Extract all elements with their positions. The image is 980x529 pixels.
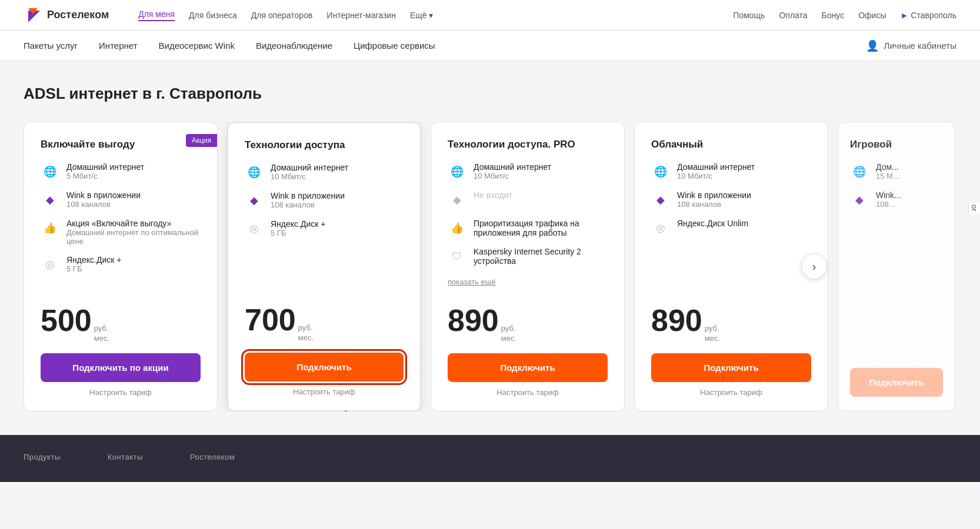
second-nav: Пакеты услуг Интернет Видеосервис Wink В… [0,31,980,61]
feature-name: Wink в приложении [66,190,141,200]
feature-sub: 108 каналов [271,200,345,209]
card5-title: Игровой [850,139,943,150]
price-unit: руб. мес. [94,324,109,344]
footer-col-rostelekom: Ростелеком [190,451,235,466]
wink-icon: ◆ [850,190,869,209]
feature-item: 👍 Акция «Включайте выгоду» Домашний инте… [41,219,201,246]
feature-sub: 5 ГБ [271,229,325,237]
promo-badge: Акция [186,134,217,147]
feature-item: 🌐 Домашний интернет 10 Мбит/с [448,162,608,181]
feature-sub: 10 Мбит/с [271,172,348,181]
price-unit: руб. мес. [501,324,516,344]
feature-name: Домашний интернет [271,163,348,172]
nav-link-internet-magazin[interactable]: Интернет-магазин [326,11,396,20]
wink-icon: ◆ [41,190,59,209]
feature-sub: 15 М... [876,172,899,180]
card2-title: Технологии доступа [245,139,404,151]
user-icon: 👤 [866,39,879,52]
connect-button-pro[interactable]: Подключить [448,353,608,382]
card-tekhnologii-pro: Технологии доступа. PRO 🌐 Домашний интер… [431,122,625,411]
card-vklyuchayte-vygodu: Акция Включайте выгоду 🌐 Домашний интерн… [24,122,218,411]
feature-item: 🛡 Kaspersky Internet Security 2 устройст… [448,247,608,266]
globe-icon: 🌐 [448,162,466,181]
nav2-pakety[interactable]: Пакеты услуг [24,41,78,51]
feature-sub: 108 каналов [66,200,141,209]
feature-name: Домашний интернет [474,162,551,172]
feature-item: 🌐 Домашний интернет 10 Мбит/с [651,162,811,181]
nav-payment[interactable]: Оплата [779,11,807,20]
card-igrovoy-partial: Игровой 🌐 Дом... 15 М... ◆ Wink... 108..… [838,122,955,411]
disk-icon: ◎ [41,255,59,274]
feature-item: 🌐 Домашний интернет 5 Мбит/с [41,162,201,181]
cards-wrapper: Акция Включайте выгоду 🌐 Домашний интерн… [24,122,956,411]
nav-link-dlya-operatorov[interactable]: Для операторов [251,11,313,20]
disk-icon: ◎ [245,219,264,238]
feature-item: 🌐 Домашний интернет 10 Мбит/с [245,163,404,182]
location-label: Ставрополь [911,11,956,20]
next-button[interactable]: › [801,253,827,279]
nav2-wink[interactable]: Видеосервис Wink [159,41,235,51]
feature-item: 👍 Приоритизация трафика на приложения дл… [448,219,608,237]
logo-icon [24,6,42,25]
nav2-videonablyudenie[interactable]: Видеонаблюдение [256,41,332,51]
card3-title: Технологии доступа. PRO [448,139,608,150]
price-value: 500 [41,303,92,338]
card1-title: Включайте выгоду [41,139,201,150]
feature-item: 🌐 Дом... 15 М... [850,162,943,181]
nav-link-dlya-menya[interactable]: Для меня [138,9,175,21]
feature-name: Wink в приложении [677,190,751,200]
feature-name: Wink в приложении [271,191,345,200]
page-title: ADSL интернет в г. Ставрополь [24,85,956,103]
nav-link-dlya-biznesa[interactable]: Для бизнеса [189,11,237,20]
settings-link-2[interactable]: Настроить тариф [245,387,404,396]
feature-name: Яндекс.Диск + [66,255,121,264]
account-label: Личные кабинеты [884,41,956,51]
nav2-cifrovye[interactable]: Цифровые сервисы [354,41,435,51]
feature-name: Яндекс.Диск + [271,219,325,229]
wink-icon: ◆ [651,190,670,209]
footer-col-title: Контакты [108,453,143,461]
nav-bonus[interactable]: Бонус [822,11,845,20]
connect-button-featured[interactable]: Подключить [245,353,404,381]
logo[interactable]: Ростелеком [24,6,109,25]
price-area: 890 руб. мес. [448,291,608,344]
connect-button-cloud[interactable]: Подключить [651,353,811,382]
feature-name-disabled: Не входит [474,190,512,200]
personal-cabinet-link[interactable]: 👤 Личные кабинеты [866,39,956,52]
card-tekhnologii-dostupa: Технологии доступа 🌐 Домашний интернет 1… [227,122,421,411]
top-nav: Ростелеком Для меня Для бизнеса Для опер… [0,0,980,31]
price-value: 890 [448,303,499,338]
price-unit: руб. мес. [298,323,314,343]
feature-name: Приоритизация трафика на приложения для … [474,219,608,237]
show-more-link[interactable]: показать ещё [448,277,608,286]
settings-link-3[interactable]: Настроить тариф [448,388,608,397]
feature-item: ◎ Яндекс.Диск + 5 ГБ [41,255,201,274]
price-unit: руб. мес. [705,324,720,344]
price-area: 700 руб. мес. [245,290,404,343]
nav-link-eshe[interactable]: Ещё ▾ [410,11,434,20]
feature-item: ◆ Wink в приложении 108 каналов [651,190,811,209]
feature-name: Домашний интернет [677,162,755,172]
feature-item: ◆ Не входит [448,190,608,209]
nav-offices[interactable]: Офисы [858,11,886,20]
feature-sub: Домашний интернет по оптимальной цене [66,228,201,246]
price-value: 890 [651,303,702,338]
connect-promo-button[interactable]: Подключить по акции [41,353,201,382]
price-area: 890 руб. мес. [651,291,811,344]
settings-link-1[interactable]: Настроить тариф [41,388,201,397]
logo-text: Ростелеком [47,9,109,21]
feature-item: ◆ Wink... 108... [850,190,943,209]
card-oblachny: Облачный 🌐 Домашний интернет 10 Мбит/с ◆… [634,122,828,411]
feature-item: ◆ Wink в приложении 108 каналов [245,191,404,210]
feature-sub: 10 Мбит/с [677,172,755,180]
kaspersky-icon: 🛡 [448,247,466,266]
connect-button-game[interactable]: Подключить [850,368,943,397]
disk-icon: ◎ [651,219,670,237]
location-selector[interactable]: ► Ставрополь [900,11,956,20]
globe-icon: 🌐 [850,162,869,181]
nav-help[interactable]: Помощь [733,11,765,20]
feature-sub: 108 каналов [677,200,751,209]
settings-link-4[interactable]: Настроить тариф [651,388,811,397]
nav2-internet[interactable]: Интернет [99,41,137,51]
side-text: or [968,202,980,214]
